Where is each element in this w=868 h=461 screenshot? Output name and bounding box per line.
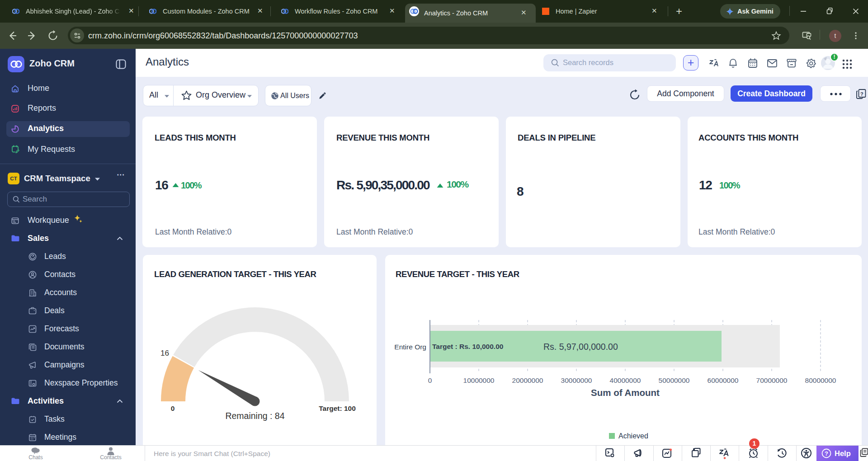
svg-text:Entire Org: Entire Org: [394, 343, 426, 351]
svg-text:50000000: 50000000: [659, 376, 690, 384]
svg-text:Target: 100: Target: 100: [319, 405, 356, 412]
svg-text:80000000: 80000000: [805, 376, 836, 384]
svg-text:40000000: 40000000: [610, 376, 641, 384]
svg-text:0: 0: [428, 376, 432, 384]
svg-text:Remaining : 84: Remaining : 84: [225, 411, 284, 421]
svg-text:Rs. 5,97,00,000.00: Rs. 5,97,00,000.00: [543, 342, 618, 352]
svg-text:30000000: 30000000: [561, 376, 592, 384]
svg-text:?: ?: [860, 91, 863, 97]
svg-text:20000000: 20000000: [512, 376, 543, 384]
svg-text:10000000: 10000000: [463, 376, 495, 384]
svg-text:Achieved: Achieved: [618, 432, 648, 440]
svg-text:70000000: 70000000: [756, 376, 788, 384]
svg-text:60000000: 60000000: [708, 376, 739, 384]
svg-text:0: 0: [171, 405, 175, 412]
svg-text:Sum of Amount: Sum of Amount: [591, 387, 660, 398]
svg-text:Target : Rs. 10,000.00: Target : Rs. 10,000.00: [432, 343, 503, 350]
svg-text:?: ?: [825, 450, 828, 457]
svg-text:16: 16: [160, 349, 169, 358]
